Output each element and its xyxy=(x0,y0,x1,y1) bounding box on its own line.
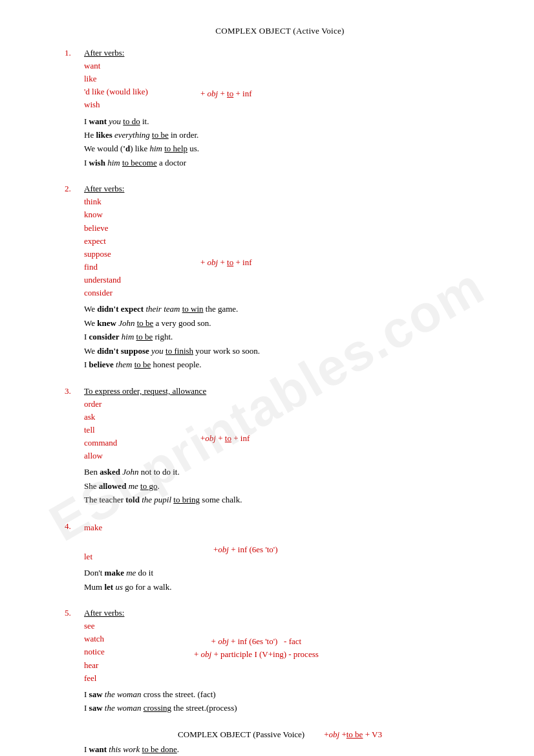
passive-voice-title-row: COMPLEX OBJECT (Passive Voice) +obj +to … xyxy=(65,729,495,740)
section-2-header: After verbs: xyxy=(84,184,124,194)
page-title: COMPLEX OBJECT (Active Voice) xyxy=(65,26,495,36)
section-1-header: After verbs: xyxy=(84,48,124,58)
section-1-examples: I want you to do it. He likes everything… xyxy=(84,114,495,170)
section-5-examples: I saw the woman cross the street. (fact)… xyxy=(84,687,495,715)
section-4-formula: +obj + inf (6es 'to') xyxy=(213,545,278,555)
section-2: 2. After verbs: think know believe expec… xyxy=(65,184,495,371)
verb: 'd like (would like) xyxy=(84,85,162,98)
verb: ask xyxy=(84,411,162,424)
section-4: 4. make let +obj + inf (6es 'to') Don't … xyxy=(65,521,495,594)
verb: wish xyxy=(84,98,162,111)
verb: notice xyxy=(84,645,162,658)
section-1-formula: + obj + to + inf xyxy=(200,89,251,99)
verb: like xyxy=(84,72,162,85)
section-5-verbs: see watch notice hear feel xyxy=(84,620,162,685)
section-5-num: 5. xyxy=(65,608,84,618)
verb: consider xyxy=(84,286,162,299)
passive-voice-section: COMPLEX OBJECT (Passive Voice) +obj +to … xyxy=(65,729,495,756)
verb: allow xyxy=(84,449,162,462)
verb: hear xyxy=(84,659,162,672)
section-2-num: 2. xyxy=(65,184,84,194)
verb: think xyxy=(84,195,162,208)
verb: watch xyxy=(84,632,162,645)
verb: know xyxy=(84,208,162,221)
section-1-num: 1. xyxy=(65,48,84,58)
section-2-formula: + obj + to + inf xyxy=(200,257,251,268)
passive-voice-title: COMPLEX OBJECT (Passive Voice) xyxy=(178,729,304,740)
section-3-header: To express order, request, allowance xyxy=(84,386,206,396)
section-3-num: 3. xyxy=(65,386,84,396)
section-4-make: make xyxy=(84,521,102,534)
section-5-formula-2: + obj + participle I (V+ing) - process xyxy=(194,649,319,660)
section-3: 3. To express order, request, allowance … xyxy=(65,386,495,507)
verb: let xyxy=(84,550,162,563)
verb: order xyxy=(84,398,162,411)
verb: suppose xyxy=(84,248,162,261)
verb: see xyxy=(84,620,162,632)
verb: feel xyxy=(84,672,162,685)
section-5: 5. After verbs: see watch notice hear fe… xyxy=(65,608,495,715)
section-5-formula-1: + obj + inf (6es 'to') - fact xyxy=(211,636,302,647)
verb: expect xyxy=(84,235,162,248)
verb: find xyxy=(84,261,162,274)
section-2-verbs: think know believe expect suppose find u… xyxy=(84,195,162,299)
passive-voice-examples: I want this work to be done. She expects… xyxy=(84,742,495,756)
section-1-verbs: want like 'd like (would like) wish xyxy=(84,59,162,112)
verb: understand xyxy=(84,274,162,286)
verb: command xyxy=(84,437,162,449)
section-1: 1. After verbs: want like 'd like (would… xyxy=(65,48,495,169)
section-2-examples: We didn't expect their team to win the g… xyxy=(84,302,495,371)
section-4-num: 4. xyxy=(65,521,84,532)
section-5-header: After verbs: xyxy=(84,608,124,618)
section-3-examples: Ben asked John not to do it. She allowed… xyxy=(84,465,495,506)
passive-voice-formula: +obj +to be + V3 xyxy=(324,729,382,740)
section-3-formula: +obj + to + inf xyxy=(200,433,250,444)
section-3-verbs: order ask tell command allow xyxy=(84,398,162,463)
section-4-examples: Don't make me do it Mum let us go for a … xyxy=(84,566,495,594)
verb: tell xyxy=(84,424,162,437)
verb: want xyxy=(84,59,162,72)
verb: believe xyxy=(84,222,162,235)
